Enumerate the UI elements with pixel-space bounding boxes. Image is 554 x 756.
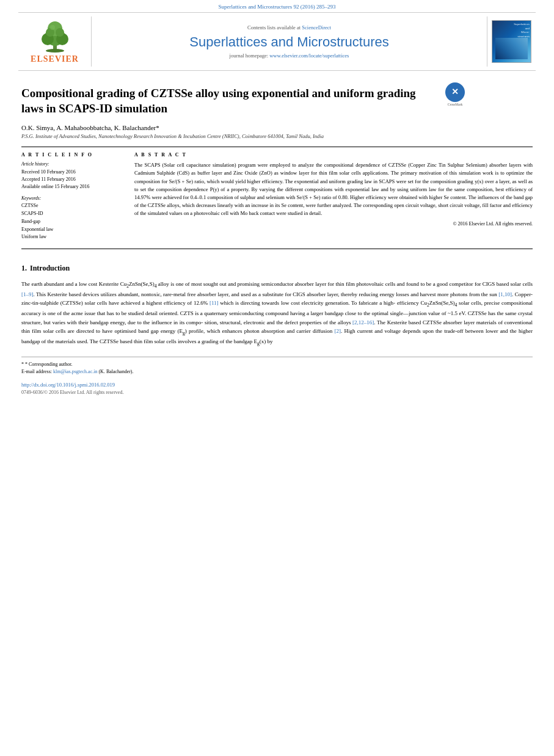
svg-point-1 [46, 49, 64, 53]
ref-11[interactable]: [11] [210, 300, 219, 306]
journal-ref-text: Superlattices and Microstructures 92 (20… [218, 4, 335, 10]
crossmark-circle: ✕ [445, 82, 465, 102]
keywords-section: Keywords: CZTSSe SCAPS-ID Band-gap Expon… [21, 195, 122, 241]
elsevier-brand-text: ELSEVIER [31, 54, 79, 64]
ref-2-12-16[interactable]: [2,12–16] [352, 319, 374, 325]
section-divider [21, 249, 533, 249]
article-title: Compositional grading of CZTSSe alloy us… [21, 86, 437, 116]
intro-paragraph-1: The earth abundant and a low cost Kester… [21, 280, 533, 347]
journal-reference-bar: Superlattices and Microstructures 92 (20… [0, 0, 554, 12]
ref-1-9[interactable]: [1–9] [21, 291, 34, 297]
keyword-5: Uniform law [21, 233, 122, 241]
article-info-column: A R T I C L E I N F O Article history: R… [21, 152, 122, 241]
contents-available-text: Contents lists available at ScienceDirec… [247, 24, 331, 31]
journal-cover-graphic [495, 38, 528, 59]
journal-cover-section: SuperlatticesandMicro-structures [487, 16, 536, 67]
accepted-date: Accepted 11 February 2016 [21, 176, 122, 183]
journal-title: Superlattices and Microstructures [189, 34, 388, 50]
abstract-heading: A B S T R A C T [134, 152, 533, 158]
keyword-4: Exponential law [21, 226, 122, 234]
doi-link[interactable]: http://dx.doi.org/10.1016/j.spmi.2016.02… [21, 382, 533, 388]
analyzed-word: analyzed [333, 202, 351, 208]
keyword-2: SCAPS-ID [21, 210, 122, 218]
svg-point-7 [56, 28, 64, 37]
issn-text: 0749-6036/© 2016 Elsevier Ltd. All right… [21, 390, 533, 395]
received-date: Received 10 February 2016 [21, 169, 122, 176]
footnote-email-link[interactable]: klm@ias.psgtech.ac.in [53, 369, 97, 374]
history-label: Article history: [21, 161, 122, 167]
journal-homepage-text: journal homepage: www.elsevier.com/locat… [230, 53, 349, 59]
copyright-text: © 2016 Elsevier Ltd. All rights reserved… [134, 221, 533, 227]
elsevier-logo-section: ELSEVIER [18, 16, 92, 67]
keyword-1: CZTSSe [21, 202, 122, 210]
abstract-column: A B S T R A C T The SCAPS (Solar cell ca… [134, 152, 533, 241]
title-row: Compositional grading of CZTSSe alloy us… [21, 77, 533, 121]
ref-1-10[interactable]: [1,10] [498, 291, 512, 297]
sciencedirect-link[interactable]: ScienceDirect [302, 24, 331, 31]
article-info-heading: A R T I C L E I N F O [21, 152, 122, 158]
bottom-links: http://dx.doi.org/10.1016/j.spmi.2016.02… [21, 382, 533, 395]
footnote-email: E-mail address: klm@ias.psgtech.ac.in (K… [21, 368, 533, 376]
keywords-label: Keywords: [21, 195, 122, 201]
available-date: Available online 15 February 2016 [21, 183, 122, 191]
article-authors: O.K. Simya, A. Mahaboobbatcha, K. Balach… [21, 124, 533, 131]
keyword-3: Band-gap [21, 218, 122, 226]
abstract-text: The SCAPS (Solar cell capacitance simula… [134, 161, 533, 217]
crossmark-icon: ✕ [451, 87, 459, 97]
footnote-section: * * Corresponding author. E-mail address… [21, 357, 533, 376]
journal-cover-image: SuperlatticesandMicro-structures [492, 20, 531, 63]
svg-point-8 [50, 25, 55, 30]
section-1-header: 1. Introduction [21, 256, 533, 277]
journal-title-section: Contents lists available at ScienceDirec… [92, 16, 487, 67]
journal-homepage-link[interactable]: www.elsevier.com/locate/superlattices [269, 53, 349, 59]
journal-header: ELSEVIER Contents lists available at Sci… [18, 12, 536, 71]
crossmark-label: CrossMark [448, 103, 462, 106]
elsevier-tree-icon [37, 19, 73, 53]
ref-2[interactable]: [2] [335, 328, 341, 334]
section-1-number: 1. [21, 264, 27, 273]
footnote-star: * * Corresponding author. [21, 361, 533, 368]
section-1-title: Introduction [30, 264, 70, 273]
main-content: Compositional grading of CZTSSe alloy us… [0, 71, 554, 401]
crossmark-badge[interactable]: ✕ CrossMark [443, 82, 467, 106]
article-affiliation: P.S.G. Institute of Advanced Studies, Na… [21, 133, 533, 140]
elsevier-logo: ELSEVIER [31, 19, 79, 64]
article-columns: A R T I C L E I N F O Article history: R… [21, 147, 533, 241]
